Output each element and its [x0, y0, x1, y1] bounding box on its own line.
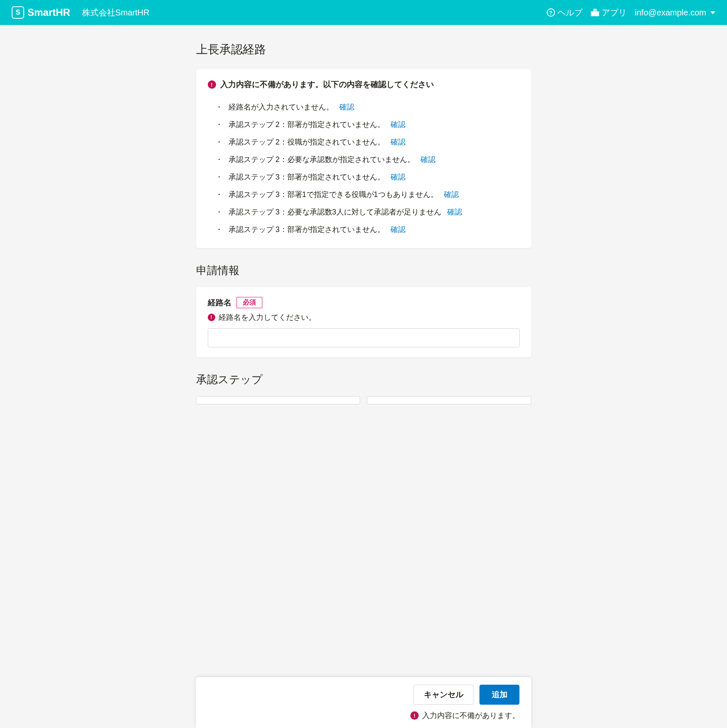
error-icon: ! [208, 80, 216, 89]
error-bullet: ・ [215, 155, 223, 165]
error-item: ・承認ステップ 2：必要な承認数が指定されていません。確認 [215, 151, 520, 168]
confirm-link[interactable]: 確認 [421, 155, 436, 165]
error-bullet: ・ [215, 189, 223, 199]
error-bullet: ・ [215, 207, 223, 217]
alert-title: 入力内容に不備があります。以下の内容を確認してください [220, 79, 434, 90]
error-text: 承認ステップ 3：部署1で指定できる役職が1つもありません。 [229, 189, 438, 199]
error-bullet: ・ [215, 120, 223, 130]
error-list: ・経路名が入力されていません。確認・承認ステップ 2：部署が指定されていません。… [208, 98, 520, 238]
approval-steps-title: 承認ステップ [196, 372, 531, 387]
logo-icon: S [12, 6, 24, 19]
approval-step-box[interactable] [367, 396, 531, 404]
error-item: ・承認ステップ 2：役職が指定されていません。確認 [215, 133, 520, 151]
header-left: S SmartHR 株式会社SmartHR [12, 6, 149, 19]
error-alert-card: ! 入力内容に不備があります。以下の内容を確認してください ・経路名が入力されて… [196, 69, 531, 248]
logo[interactable]: S SmartHR [12, 6, 70, 19]
error-text: 承認ステップ 3：必要な承認数3人に対して承認者が足りません [229, 207, 441, 217]
error-text: 経路名が入力されていません。 [229, 102, 334, 112]
route-name-label: 経路名 [208, 297, 232, 308]
error-icon: ! [208, 314, 215, 321]
user-menu[interactable]: info@example.com [635, 8, 715, 17]
help-label: ヘルプ [558, 7, 583, 18]
error-bullet: ・ [215, 137, 223, 147]
error-item: ・承認ステップ 3：必要な承認数3人に対して承認者が足りません確認 [215, 203, 520, 221]
error-text: 承認ステップ 2：役職が指定されていません。 [229, 137, 385, 147]
error-item: ・経路名が入力されていません。確認 [215, 98, 520, 116]
logo-letter: S [16, 9, 20, 16]
app-header: S SmartHR 株式会社SmartHR ? ヘルプ アプリ info@exa… [0, 0, 727, 25]
required-badge: 必須 [237, 297, 262, 308]
apps-link[interactable]: アプリ [591, 7, 627, 18]
approval-step-boxes [196, 396, 531, 404]
main-container: 上長承認経路 ! 入力内容に不備があります。以下の内容を確認してください ・経路… [196, 25, 531, 454]
route-name-error-text: 経路名を入力してください。 [219, 312, 316, 322]
apps-label: アプリ [602, 7, 627, 18]
chevron-down-icon [710, 11, 715, 14]
error-bullet: ・ [215, 102, 223, 112]
error-item: ・承認ステップ 2：部署が指定されていません。確認 [215, 116, 520, 133]
error-bullet: ・ [215, 172, 223, 182]
error-text: 承認ステップ 2：必要な承認数が指定されていません。 [229, 155, 415, 165]
help-icon: ? [547, 8, 555, 17]
header-right: ? ヘルプ アプリ info@example.com [547, 7, 715, 18]
confirm-link[interactable]: 確認 [339, 102, 354, 112]
approval-step-box[interactable] [196, 396, 361, 404]
page-title: 上長承認経路 [196, 42, 531, 57]
error-item: ・承認ステップ 3：部署が指定されていません。確認 [215, 221, 520, 238]
user-email-text: info@example.com [635, 8, 706, 17]
error-text: 承認ステップ 3：部署が指定されていません。 [229, 224, 385, 234]
application-info-title: 申請情報 [196, 263, 531, 278]
application-info-card: 経路名 必須 ! 経路名を入力してください。 [196, 287, 531, 357]
confirm-link[interactable]: 確認 [447, 207, 462, 217]
route-name-error: ! 経路名を入力してください。 [208, 312, 520, 322]
confirm-link[interactable]: 確認 [391, 224, 406, 234]
logo-text: SmartHR [27, 7, 70, 18]
error-bullet: ・ [215, 224, 223, 234]
company-name: 株式会社SmartHR [82, 7, 149, 18]
app-icon [591, 9, 599, 16]
confirm-link[interactable]: 確認 [444, 189, 459, 199]
confirm-link[interactable]: 確認 [391, 137, 406, 147]
error-text: 承認ステップ 3：部署が指定されていません。 [229, 172, 385, 182]
help-link[interactable]: ? ヘルプ [547, 7, 583, 18]
confirm-link[interactable]: 確認 [391, 120, 406, 130]
route-name-input[interactable] [208, 328, 520, 347]
error-item: ・承認ステップ 3：部署1で指定できる役職が1つもありません。確認 [215, 186, 520, 203]
confirm-link[interactable]: 確認 [391, 172, 406, 182]
error-text: 承認ステップ 2：部署が指定されていません。 [229, 120, 385, 130]
alert-header: ! 入力内容に不備があります。以下の内容を確認してください [208, 79, 520, 90]
route-name-label-row: 経路名 必須 [208, 297, 520, 308]
error-item: ・承認ステップ 3：部署が指定されていません。確認 [215, 168, 520, 186]
